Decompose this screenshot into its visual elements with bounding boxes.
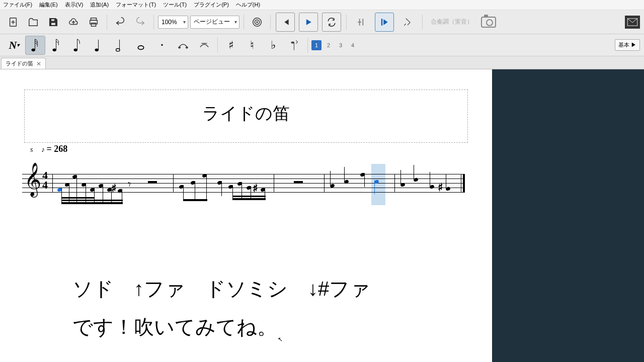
note[interactable] [374,180,379,184]
tab-close-button[interactable]: ✕ [36,60,41,67]
open-button[interactable] [24,13,42,31]
rest[interactable] [294,181,303,184]
svg-rect-8 [91,23,96,26]
svg-rect-4 [51,22,55,25]
staff[interactable]: 𝄞 44 ♯ [22,164,470,209]
tab-label: ライドの笛 [6,60,33,67]
score-page[interactable]: ライドの笛 s ♪ = 268 𝄞 44 [0,69,492,362]
mail-icon[interactable] [625,16,640,29]
svg-point-21 [74,48,77,51]
menu-edit[interactable]: 編集(E) [39,1,58,9]
treble-clef: 𝄞 [24,165,41,194]
score-tab[interactable]: ライドの笛 ✕ [1,58,46,69]
undo-button[interactable] [111,13,129,31]
flat-button[interactable]: ♭ [263,36,283,55]
natural-button[interactable]: ♮ [242,36,262,55]
menu-view[interactable]: 表示(V) [65,1,84,9]
svg-point-17 [32,48,35,51]
note-toolbar: N▾ · ♯ ♮ ♭ 1 2 3 4 基本 ▶ [0,34,644,56]
svg-point-25 [116,48,120,51]
view-mode-dropdown[interactable]: ページビュー [190,16,239,29]
svg-point-28 [179,47,181,48]
barline [173,174,174,192]
rewind-button[interactable] [276,13,295,32]
tempo-marking[interactable]: ♪ = 268 [41,144,67,154]
svg-point-27 [138,45,143,49]
document-tabs: ライドの笛 ✕ [0,56,644,69]
note[interactable] [344,180,349,184]
time-signature: 44 [42,171,48,190]
new-score-button[interactable] [4,13,22,31]
play-button[interactable] [299,13,318,32]
metronome-button[interactable] [352,13,371,32]
staff-lines [22,174,465,197]
count-in-button[interactable] [375,13,394,32]
score-title[interactable]: ライドの笛 [30,102,462,125]
flip-stem-button[interactable] [284,36,304,55]
voice-4-button[interactable]: 4 [348,40,358,50]
mouse-cursor-icon: ↖ [278,336,283,343]
voice-1-button[interactable]: 1 [311,40,321,50]
side-panel [492,69,644,362]
zoom-dropdown[interactable]: 100% [158,16,188,29]
ensemble-tuning-input[interactable]: 合奏調（実音） [427,16,477,28]
duration-32nd-button[interactable] [25,36,45,55]
save-button[interactable] [44,13,62,31]
voice-3-button[interactable]: 3 [336,40,346,50]
note[interactable] [400,183,405,187]
note[interactable] [330,184,335,188]
barline [394,174,395,192]
svg-point-11 [257,22,258,23]
duration-half-button[interactable] [110,36,130,55]
annotation-line1: ソド ↑ファ ドソミシ ↓#ファ [72,269,470,308]
final-barline [463,174,465,192]
palette-toggle-button[interactable]: 基本 ▶ [615,39,640,51]
voice-2-button[interactable]: 2 [324,40,334,50]
duration-whole-button[interactable] [131,36,151,55]
sharp-button[interactable]: ♯ [221,36,241,55]
duration-16th-button[interactable] [46,36,66,55]
slur-button[interactable] [194,36,214,55]
redo-button[interactable] [131,13,149,31]
text-annotation[interactable]: ソド ↑ファ ドソミシ ↓#ファ です！吹いてみてね。 [22,269,470,346]
menu-format[interactable]: フォーマット(T) [116,1,156,9]
tie-button[interactable] [173,36,193,55]
note[interactable] [430,185,434,189]
half-rest[interactable] [148,181,157,184]
svg-point-23 [95,48,99,51]
screenshot-button[interactable] [481,17,496,28]
barline [52,174,53,192]
note[interactable] [414,178,418,182]
dot-button[interactable]: · [152,36,172,55]
svg-point-19 [53,48,56,51]
title-frame[interactable]: ライドの笛 [24,89,468,143]
svg-rect-3 [51,19,54,21]
main-toolbar: 100% ページビュー 合奏調（実音） [0,10,644,34]
menu-help[interactable]: ヘルプ(H) [236,1,260,9]
print-button[interactable] [85,13,103,31]
workspace: ライドの笛 s ♪ = 268 𝄞 44 [0,69,644,362]
annotation-line2: です！吹いてみてね。 [72,308,470,346]
duration-8th-button[interactable] [67,36,88,55]
sharp-accidental: ♯ [111,183,117,194]
menu-tools[interactable]: ツール(T) [163,1,187,9]
sharp-accidental: ♯ [438,182,443,193]
barline [324,174,325,192]
sharp-accidental: ♯ [253,183,258,194]
menu-bar: ファイル(F) 編集(E) 表示(V) 追加(A) フォーマット(T) ツール(… [0,0,644,10]
concert-pitch-button[interactable] [248,13,266,31]
note-input-mode-button[interactable]: N▾ [4,36,24,55]
midi-input-button[interactable] [398,13,417,32]
menu-add[interactable]: 追加(A) [90,1,109,9]
barline [274,174,274,192]
duration-quarter-button[interactable] [89,36,109,55]
loop-button[interactable] [322,13,341,32]
menu-plugins[interactable]: プラグイン(P) [194,1,229,9]
note[interactable] [446,187,450,191]
menu-file[interactable]: ファイル(F) [3,1,32,9]
svg-point-29 [186,47,188,48]
cloud-button[interactable] [64,13,83,31]
instrument-label: s [30,146,33,154]
